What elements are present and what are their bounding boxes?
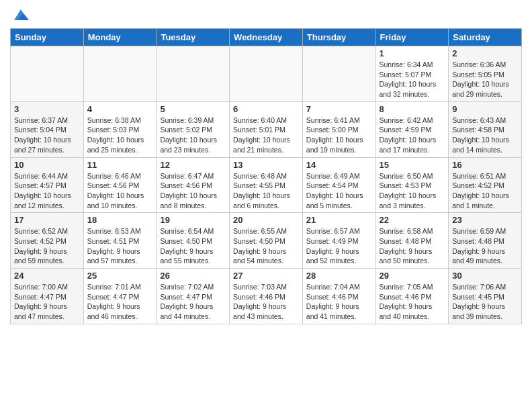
day-info: Sunrise: 6:41 AMSunset: 5:00 PMDaylight:…: [306, 116, 372, 155]
calendar-cell: [83, 46, 157, 102]
calendar-cell: 11Sunrise: 6:46 AMSunset: 4:56 PMDayligh…: [83, 157, 157, 213]
calendar-cell: 13Sunrise: 6:48 AMSunset: 4:55 PMDayligh…: [230, 157, 303, 213]
weekday-header-monday: Monday: [83, 29, 157, 46]
calendar-cell: 28Sunrise: 7:04 AMSunset: 4:46 PMDayligh…: [302, 269, 375, 324]
week-row-2: 3Sunrise: 6:37 AMSunset: 5:04 PMDaylight…: [11, 101, 522, 157]
day-number: 27: [233, 271, 299, 281]
logo: [10, 7, 30, 23]
calendar-cell: [302, 46, 375, 102]
day-number: 8: [380, 104, 445, 114]
calendar-cell: 14Sunrise: 6:49 AMSunset: 4:54 PMDayligh…: [302, 157, 375, 213]
day-number: 9: [452, 104, 518, 114]
day-number: 28: [306, 271, 372, 281]
day-info: Sunrise: 6:49 AMSunset: 4:54 PMDaylight:…: [306, 171, 372, 211]
day-info: Sunrise: 6:42 AMSunset: 4:59 PMDaylight:…: [380, 116, 445, 155]
calendar-cell: 24Sunrise: 7:00 AMSunset: 4:47 PMDayligh…: [11, 269, 84, 324]
calendar-cell: 18Sunrise: 6:53 AMSunset: 4:51 PMDayligh…: [83, 213, 157, 269]
calendar-cell: 1Sunrise: 6:34 AMSunset: 5:07 PMDaylight…: [375, 46, 449, 102]
day-number: 6: [233, 104, 299, 114]
calendar-cell: 21Sunrise: 6:57 AMSunset: 4:49 PMDayligh…: [302, 213, 375, 269]
day-info: Sunrise: 7:01 AMSunset: 4:47 PMDaylight:…: [87, 282, 153, 322]
week-row-5: 24Sunrise: 7:00 AMSunset: 4:47 PMDayligh…: [11, 269, 522, 324]
day-number: 11: [87, 160, 153, 170]
calendar-cell: 27Sunrise: 7:03 AMSunset: 4:46 PMDayligh…: [230, 269, 303, 324]
day-info: Sunrise: 6:40 AMSunset: 5:01 PMDaylight:…: [233, 116, 299, 155]
day-number: 1: [380, 48, 445, 58]
calendar-cell: 3Sunrise: 6:37 AMSunset: 5:04 PMDaylight…: [11, 101, 84, 157]
day-info: Sunrise: 6:57 AMSunset: 4:49 PMDaylight:…: [306, 226, 372, 266]
day-info: Sunrise: 6:53 AMSunset: 4:51 PMDaylight:…: [87, 226, 153, 266]
weekday-header-row: SundayMondayTuesdayWednesdayThursdayFrid…: [11, 29, 522, 46]
day-info: Sunrise: 7:06 AMSunset: 4:45 PMDaylight:…: [452, 282, 518, 322]
day-info: Sunrise: 7:00 AMSunset: 4:47 PMDaylight:…: [14, 282, 80, 322]
calendar-cell: 9Sunrise: 6:43 AMSunset: 4:58 PMDaylight…: [449, 101, 522, 157]
day-number: 7: [306, 104, 372, 114]
calendar-cell: 5Sunrise: 6:39 AMSunset: 5:02 PMDaylight…: [157, 101, 230, 157]
day-info: Sunrise: 6:36 AMSunset: 5:05 PMDaylight:…: [452, 60, 518, 99]
weekday-header-thursday: Thursday: [302, 29, 375, 46]
day-info: Sunrise: 6:39 AMSunset: 5:02 PMDaylight:…: [160, 116, 226, 155]
calendar-cell: 15Sunrise: 6:50 AMSunset: 4:53 PMDayligh…: [375, 157, 449, 213]
week-row-4: 17Sunrise: 6:52 AMSunset: 4:52 PMDayligh…: [11, 213, 522, 269]
day-info: Sunrise: 7:04 AMSunset: 4:46 PMDaylight:…: [306, 282, 372, 322]
calendar-cell: 30Sunrise: 7:06 AMSunset: 4:45 PMDayligh…: [449, 269, 522, 324]
day-number: 24: [14, 271, 80, 281]
calendar-cell: 7Sunrise: 6:41 AMSunset: 5:00 PMDaylight…: [302, 101, 375, 157]
day-info: Sunrise: 6:48 AMSunset: 4:55 PMDaylight:…: [233, 171, 299, 211]
weekday-header-friday: Friday: [375, 29, 449, 46]
calendar-cell: 20Sunrise: 6:55 AMSunset: 4:50 PMDayligh…: [230, 213, 303, 269]
calendar-cell: 12Sunrise: 6:47 AMSunset: 4:56 PMDayligh…: [157, 157, 230, 213]
day-number: 15: [380, 160, 445, 170]
day-number: 5: [160, 104, 226, 114]
day-number: 18: [87, 215, 153, 225]
day-number: 10: [14, 160, 80, 170]
day-number: 26: [160, 271, 226, 281]
calendar-cell: 25Sunrise: 7:01 AMSunset: 4:47 PMDayligh…: [83, 269, 157, 324]
calendar-cell: 6Sunrise: 6:40 AMSunset: 5:01 PMDaylight…: [230, 101, 303, 157]
day-number: 21: [306, 215, 372, 225]
calendar-cell: 16Sunrise: 6:51 AMSunset: 4:52 PMDayligh…: [449, 157, 522, 213]
day-number: 25: [87, 271, 153, 281]
calendar-cell: [230, 46, 303, 102]
calendar-cell: 19Sunrise: 6:54 AMSunset: 4:50 PMDayligh…: [157, 213, 230, 269]
day-info: Sunrise: 6:46 AMSunset: 4:56 PMDaylight:…: [87, 171, 153, 211]
week-row-1: 1Sunrise: 6:34 AMSunset: 5:07 PMDaylight…: [11, 46, 522, 102]
day-number: 3: [14, 104, 80, 114]
day-number: 19: [160, 215, 226, 225]
page-header: [10, 7, 522, 23]
day-info: Sunrise: 6:55 AMSunset: 4:50 PMDaylight:…: [233, 226, 299, 266]
calendar-table: SundayMondayTuesdayWednesdayThursdayFrid…: [10, 28, 522, 324]
day-info: Sunrise: 6:52 AMSunset: 4:52 PMDaylight:…: [14, 226, 80, 266]
day-number: 4: [87, 104, 153, 114]
day-info: Sunrise: 6:44 AMSunset: 4:57 PMDaylight:…: [14, 171, 80, 211]
day-number: 17: [14, 215, 80, 225]
calendar-cell: 26Sunrise: 7:02 AMSunset: 4:47 PMDayligh…: [157, 269, 230, 324]
day-info: Sunrise: 6:47 AMSunset: 4:56 PMDaylight:…: [160, 171, 226, 211]
day-info: Sunrise: 6:54 AMSunset: 4:50 PMDaylight:…: [160, 226, 226, 266]
day-number: 14: [306, 160, 372, 170]
calendar-cell: 29Sunrise: 7:05 AMSunset: 4:46 PMDayligh…: [375, 269, 449, 324]
weekday-header-tuesday: Tuesday: [157, 29, 230, 46]
calendar-cell: 17Sunrise: 6:52 AMSunset: 4:52 PMDayligh…: [11, 213, 84, 269]
day-info: Sunrise: 7:05 AMSunset: 4:46 PMDaylight:…: [380, 282, 445, 322]
day-info: Sunrise: 6:43 AMSunset: 4:58 PMDaylight:…: [452, 116, 518, 155]
weekday-header-saturday: Saturday: [449, 29, 522, 46]
calendar-cell: 2Sunrise: 6:36 AMSunset: 5:05 PMDaylight…: [449, 46, 522, 102]
calendar-cell: [11, 46, 84, 102]
day-info: Sunrise: 6:38 AMSunset: 5:03 PMDaylight:…: [87, 116, 153, 155]
calendar-cell: 10Sunrise: 6:44 AMSunset: 4:57 PMDayligh…: [11, 157, 84, 213]
day-info: Sunrise: 6:50 AMSunset: 4:53 PMDaylight:…: [380, 171, 445, 211]
day-info: Sunrise: 6:59 AMSunset: 4:48 PMDaylight:…: [452, 226, 518, 266]
day-info: Sunrise: 6:34 AMSunset: 5:07 PMDaylight:…: [380, 60, 445, 99]
calendar-cell: [157, 46, 230, 102]
calendar-cell: 23Sunrise: 6:59 AMSunset: 4:48 PMDayligh…: [449, 213, 522, 269]
day-number: 2: [452, 48, 518, 58]
day-info: Sunrise: 6:37 AMSunset: 5:04 PMDaylight:…: [14, 116, 80, 155]
calendar-cell: 22Sunrise: 6:58 AMSunset: 4:48 PMDayligh…: [375, 213, 449, 269]
day-info: Sunrise: 6:58 AMSunset: 4:48 PMDaylight:…: [380, 226, 445, 266]
page-container: SundayMondayTuesdayWednesdayThursdayFrid…: [0, 0, 532, 328]
calendar-cell: 4Sunrise: 6:38 AMSunset: 5:03 PMDaylight…: [83, 101, 157, 157]
calendar-cell: 8Sunrise: 6:42 AMSunset: 4:59 PMDaylight…: [375, 101, 449, 157]
day-info: Sunrise: 7:02 AMSunset: 4:47 PMDaylight:…: [160, 282, 226, 322]
day-number: 12: [160, 160, 226, 170]
